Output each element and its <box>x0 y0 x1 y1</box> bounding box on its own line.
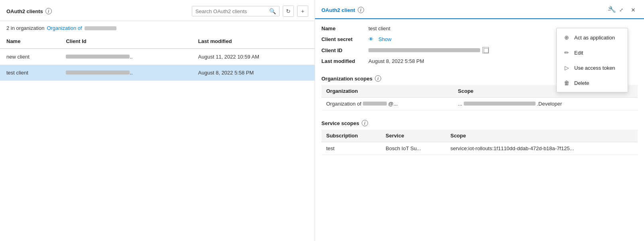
clients-table: Name Client Id Last modified new client.… <box>0 34 315 81</box>
org-name-redacted2 <box>363 102 387 106</box>
edit-item[interactable]: ✏ Edit <box>557 45 628 60</box>
org-col-org: Organization <box>321 85 453 98</box>
client-id-area <box>368 47 489 53</box>
service-scopes-header-row: Subscription Service Scope <box>321 129 638 142</box>
org-at-suffix: @... <box>388 101 398 107</box>
svc-col-sub: Subscription <box>321 129 381 142</box>
org-scopes-title-text: Organization scopes <box>321 76 372 82</box>
left-controls: 🔍 ↻ + <box>192 6 308 17</box>
right-info-icon[interactable]: i <box>358 7 364 13</box>
use-access-token-item[interactable]: ▷ Use access token <box>557 60 628 75</box>
refresh-button[interactable]: ↻ <box>283 6 294 17</box>
last-modified-label: Last modified <box>321 58 365 64</box>
right-panel: OAuth2 client i − ⤢ ✕ Name test client C… <box>315 0 644 241</box>
row-name: new client <box>0 49 59 65</box>
left-header: OAuth2 clients i 🔍 ↻ + <box>0 0 315 21</box>
org-scope-prefix: ... <box>458 101 462 107</box>
delete-item[interactable]: 🗑 Delete <box>557 75 628 90</box>
org-scope-scope-cell: ... .Developer <box>453 98 638 110</box>
actions-dropdown: ⊕ Act as application ✏ Edit ▷ Use access… <box>556 28 628 92</box>
right-title-text: OAuth2 client <box>321 7 355 13</box>
name-label: Name <box>321 25 365 31</box>
client-secret-label: Client secret <box>321 36 365 42</box>
show-secret-btn[interactable]: Show <box>378 36 392 42</box>
svc-scope-sub-cell: test <box>321 142 381 155</box>
add-button[interactable]: + <box>297 6 308 17</box>
left-title: OAuth2 clients i <box>6 8 52 14</box>
service-scopes-title: Service scopes i <box>321 120 638 126</box>
org-scope-developer: .Developer <box>537 101 562 107</box>
left-panel: OAuth2 clients i 🔍 ↻ + 2 in organization… <box>0 0 315 241</box>
act-as-app-label: Act as application <box>574 35 615 41</box>
org-scopes-info-icon[interactable]: i <box>375 75 381 82</box>
table-header-row: Name Client Id Last modified <box>0 34 315 49</box>
close-icon[interactable]: ✕ <box>629 6 638 14</box>
table-row[interactable]: test client..August 8, 2022 5:58 PM <box>0 65 315 81</box>
row-client-id: .. <box>59 49 191 65</box>
org-name-redacted <box>85 26 116 30</box>
row-last-modified: August 8, 2022 5:58 PM <box>192 65 315 81</box>
service-scopes-table: Subscription Service Scope test Bosch Io… <box>321 129 638 155</box>
act-as-application-item[interactable]: ⊕ Act as application <box>557 30 628 45</box>
search-icon: 🔍 <box>269 8 276 14</box>
service-scopes-title-text: Service scopes <box>321 120 359 126</box>
col-header-name: Name <box>0 34 59 49</box>
org-info: 2 in organization Organization of <box>0 21 315 34</box>
maximize-icon[interactable]: ⤢ <box>617 6 626 14</box>
copy-client-id-icon[interactable] <box>483 47 489 53</box>
search-box: 🔍 <box>192 6 280 16</box>
name-value: test client <box>368 25 390 31</box>
row-name: test client <box>0 65 59 81</box>
show-secret-icon[interactable]: 👁 <box>368 36 374 42</box>
delete-label: Delete <box>574 80 589 86</box>
org-link[interactable]: Organization of <box>47 25 82 31</box>
client-id-label: Client ID <box>321 47 365 53</box>
svc-scope-svc-cell: Bosch IoT Su... <box>381 142 445 155</box>
col-header-modified: Last modified <box>192 34 315 49</box>
play-icon: ▷ <box>563 64 570 71</box>
service-scopes-section: Service scopes i Subscription Service Sc… <box>315 117 644 158</box>
edit-label: Edit <box>574 50 583 56</box>
left-title-text: OAuth2 clients <box>6 8 43 14</box>
svc-col-svc: Service <box>381 129 445 142</box>
count-label: 2 in organization <box>6 25 44 31</box>
table-row[interactable]: new client..August 11, 2022 10:59 AM <box>0 49 315 65</box>
org-scope-row: Organization of @... ... .Developer <box>321 98 638 110</box>
clients-table-container: Name Client Id Last modified new client.… <box>0 34 315 241</box>
scope-redacted <box>464 102 536 106</box>
service-scopes-info-icon[interactable]: i <box>362 120 368 126</box>
col-header-clientid: Client Id <box>59 34 191 49</box>
globe-icon: ⊕ <box>563 34 570 41</box>
trash-icon: 🗑 <box>563 79 570 86</box>
wrench-button[interactable]: 🔧 <box>608 6 616 13</box>
search-input[interactable] <box>195 8 267 14</box>
use-access-token-label: Use access token <box>574 65 615 71</box>
client-id-redacted <box>368 48 480 52</box>
org-scope-org-cell: Organization of @... <box>321 98 453 110</box>
last-modified-value: August 8, 2022 5:58 PM <box>368 58 424 64</box>
svc-scope-scope-cell: service:iot-rollouts:1f1110dd-ddab-472d-… <box>445 142 638 155</box>
service-scope-row: test Bosch IoT Su... service:iot-rollout… <box>321 142 638 155</box>
svc-col-scope: Scope <box>445 129 638 142</box>
right-header: OAuth2 client i − ⤢ ✕ <box>315 0 644 19</box>
right-title: OAuth2 client i <box>321 7 364 13</box>
pencil-icon: ✏ <box>563 49 570 56</box>
row-client-id: .. <box>59 65 191 81</box>
left-info-icon[interactable]: i <box>45 8 52 14</box>
org-name-text: Organization of <box>326 101 363 107</box>
row-last-modified: August 11, 2022 10:59 AM <box>192 49 315 65</box>
